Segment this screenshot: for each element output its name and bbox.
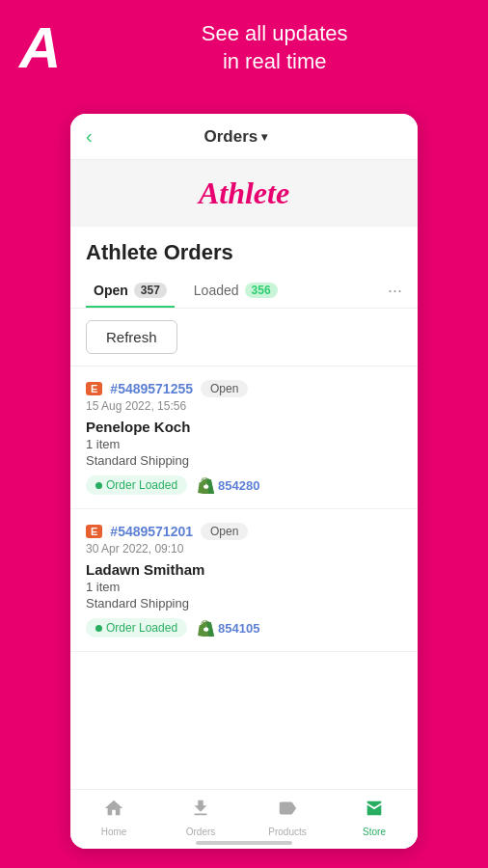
order-customer: Penelope Koch: [86, 419, 402, 435]
brand-name: Athlete: [86, 176, 402, 211]
order-shipping: Standard Shipping: [86, 453, 402, 468]
more-options-button[interactable]: ···: [388, 281, 402, 301]
top-header: A See all updatesin real time: [0, 0, 488, 87]
bottom-nav: Home Orders Products Store: [70, 789, 418, 849]
order-items: 1 item: [86, 580, 402, 594]
tab-loaded[interactable]: Loaded 356: [186, 273, 285, 308]
order-shipping: Standard Shipping: [86, 596, 402, 610]
order-card: E #5489571201 Open 30 Apr 2022, 09:10 La…: [70, 509, 418, 652]
products-icon: [277, 798, 298, 825]
order-items: 1 item: [86, 437, 402, 451]
loaded-badge: 356: [245, 283, 278, 298]
order-source-badge: E: [86, 382, 102, 395]
nav-item-orders[interactable]: Orders: [157, 798, 244, 837]
home-nav-label: Home: [101, 827, 127, 837]
order-card: E #5489571255 Open 15 Aug 2022, 15:56 Pe…: [70, 366, 418, 509]
shopify-icon: [197, 476, 214, 494]
order-number-link[interactable]: #5489571201: [110, 524, 193, 539]
orders-list: E #5489571255 Open 15 Aug 2022, 15:56 Pe…: [70, 366, 418, 752]
order-source-badge: E: [86, 525, 102, 538]
refresh-button[interactable]: Refresh: [86, 320, 177, 354]
phone-frame: ‹ Orders ▾ Athlete Athlete Orders Open 3…: [70, 114, 418, 849]
shopify-order-link[interactable]: 854105: [218, 621, 259, 636]
order-loaded-badge: Order Loaded: [86, 475, 187, 495]
nav-item-home[interactable]: Home: [70, 798, 157, 837]
shopify-badge: 854105: [197, 619, 259, 637]
order-customer: Ladawn Smitham: [86, 561, 402, 578]
page-title: Athlete Orders: [86, 240, 402, 265]
nav-item-store[interactable]: Store: [331, 798, 418, 837]
store-icon: [364, 798, 385, 825]
order-bottom-row: Order Loaded 854105: [86, 618, 402, 637]
tabs-area: Open 357 Loaded 356 ···: [70, 273, 418, 309]
orders-icon: [190, 798, 211, 825]
order-number-link[interactable]: #5489571255: [110, 381, 193, 396]
shopify-icon: [197, 619, 214, 637]
order-date: 30 Apr 2022, 09:10: [86, 542, 402, 556]
loaded-dot: [95, 625, 102, 632]
order-date: 15 Aug 2022, 15:56: [86, 399, 402, 413]
products-nav-label: Products: [268, 827, 306, 837]
refresh-area: Refresh: [70, 309, 418, 366]
back-button[interactable]: ‹: [86, 125, 93, 148]
order-status-badge: Open: [201, 380, 248, 397]
shopify-badge: 854280: [197, 476, 259, 494]
order-top-row: E #5489571201 Open: [86, 523, 402, 540]
app-logo-letter: A: [19, 19, 61, 77]
nav-item-products[interactable]: Products: [244, 798, 331, 837]
loaded-dot: [95, 482, 102, 489]
store-nav-label: Store: [363, 827, 386, 837]
tab-open[interactable]: Open 357: [86, 273, 175, 308]
app-tagline: See all updatesin real time: [80, 20, 469, 75]
shopify-order-link[interactable]: 854280: [218, 478, 259, 493]
nav-bar: ‹ Orders ▾: [70, 114, 418, 160]
page-title-area: Athlete Orders: [70, 227, 418, 273]
orders-nav-label: Orders: [186, 827, 216, 837]
nav-dropdown-arrow[interactable]: ▾: [261, 130, 267, 144]
home-indicator: [196, 841, 292, 845]
order-bottom-row: Order Loaded 854280: [86, 475, 402, 495]
nav-title: Orders ▾: [203, 127, 267, 147]
order-loaded-badge: Order Loaded: [86, 618, 187, 637]
open-badge: 357: [134, 283, 167, 298]
order-status-badge: Open: [201, 523, 248, 540]
order-top-row: E #5489571255 Open: [86, 380, 402, 397]
home-icon: [103, 798, 124, 825]
brand-header: Athlete: [70, 160, 418, 227]
